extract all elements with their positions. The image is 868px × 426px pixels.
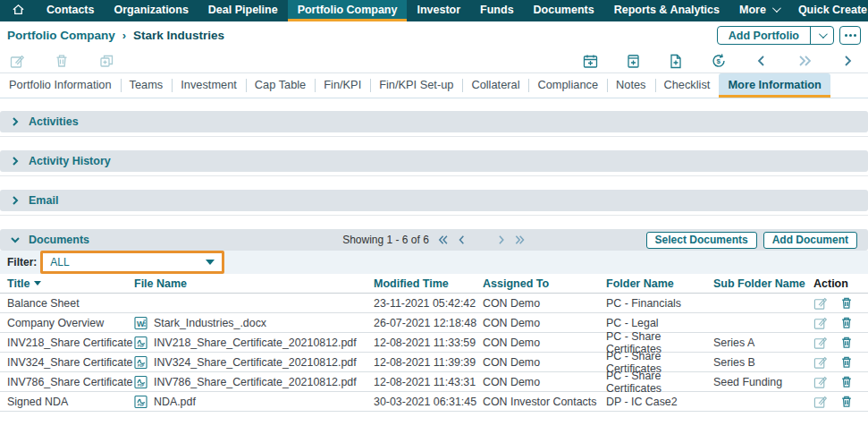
section-label: Activities bbox=[29, 115, 79, 128]
last-page-icon[interactable] bbox=[515, 234, 526, 245]
breadcrumb-separator-icon: › bbox=[122, 29, 126, 42]
section-header-documents[interactable]: Documents Showing 1 - 6 of 6 bbox=[0, 229, 868, 251]
section-label: Activity History bbox=[29, 155, 111, 167]
nav-item-reports-analytics[interactable]: Reports & Analytics bbox=[604, 0, 729, 21]
edit-icon[interactable] bbox=[9, 53, 25, 69]
section-header-activity-history[interactable]: Activity History bbox=[0, 150, 868, 172]
add-document-button[interactable]: Add Document bbox=[763, 232, 857, 249]
duplicate-icon[interactable] bbox=[98, 53, 114, 69]
column-header-modified-time[interactable]: Modified Time bbox=[374, 277, 483, 290]
delete-icon[interactable] bbox=[840, 375, 853, 388]
select-documents-button[interactable]: Select Documents bbox=[646, 232, 757, 249]
home-nav-button[interactable] bbox=[0, 0, 37, 21]
edit-icon[interactable] bbox=[813, 355, 828, 370]
documents-buttons-group: Select Documents Add Document bbox=[646, 232, 857, 249]
tab-compliance[interactable]: Compliance bbox=[528, 73, 607, 98]
nav-item-portfolio-company[interactable]: Portfolio Company bbox=[288, 0, 408, 21]
document-file[interactable]: PDF INV786_Share_Certificate_20210812.pd… bbox=[134, 375, 374, 389]
tab-notes[interactable]: Notes bbox=[607, 73, 654, 98]
tab-fin-kpi[interactable]: Fin/KPI bbox=[315, 73, 370, 98]
delete-icon[interactable] bbox=[840, 355, 853, 369]
document-title[interactable]: Balance Sheet bbox=[0, 297, 134, 310]
chevron-down-icon bbox=[11, 232, 20, 248]
previous-record-icon[interactable] bbox=[754, 53, 770, 69]
chevron-down-icon bbox=[772, 4, 781, 13]
section-header-activities[interactable]: Activities bbox=[0, 111, 868, 132]
edit-icon[interactable] bbox=[813, 296, 828, 311]
tab-more-information[interactable]: More Information bbox=[719, 73, 830, 98]
document-file[interactable]: PDF INV324_Share_Certificate_20210812.pd… bbox=[134, 355, 374, 370]
tab-fin-kpi-setup[interactable]: Fin/KPI Set-up bbox=[370, 73, 462, 98]
add-event-icon[interactable] bbox=[625, 53, 641, 69]
document-assigned-to: CON Demo bbox=[483, 317, 606, 329]
ellipsis-icon bbox=[845, 34, 847, 37]
column-header-folder-name[interactable]: Folder Name bbox=[606, 277, 713, 290]
record-toolbar: $ bbox=[0, 49, 868, 73]
tab-investment[interactable]: Investment bbox=[172, 73, 246, 98]
next-record-icon[interactable] bbox=[839, 53, 855, 69]
column-header-sub-folder-name[interactable]: Sub Folder Name bbox=[713, 277, 812, 290]
column-header-assigned-to[interactable]: Assigned To bbox=[483, 277, 606, 290]
delete-icon[interactable] bbox=[840, 395, 853, 408]
edit-icon[interactable] bbox=[813, 395, 828, 409]
delete-icon[interactable] bbox=[840, 336, 853, 349]
breadcrumb-current: Stark Industries bbox=[133, 29, 224, 42]
svg-text:PDF: PDF bbox=[138, 345, 145, 348]
add-activity-calendar-icon[interactable] bbox=[582, 53, 598, 69]
table-row: Signed NDA PDF NDA.pdf 30-03-2021 06:31:… bbox=[0, 392, 868, 412]
document-title[interactable]: INV218_Share Certificate bbox=[0, 337, 134, 349]
document-file[interactable]: PDF INV218_Share_Certificate_20210812.pd… bbox=[134, 336, 374, 350]
add-portfolio-dropdown-button[interactable] bbox=[810, 27, 833, 44]
delete-icon[interactable] bbox=[54, 53, 70, 69]
document-title[interactable]: INV786_Share Certificate bbox=[0, 376, 134, 388]
tab-collateral[interactable]: Collateral bbox=[462, 73, 528, 98]
first-page-icon[interactable] bbox=[438, 234, 449, 245]
documents-pagination-group: Showing 1 - 6 of 6 bbox=[342, 234, 526, 246]
document-file[interactable]: W Stark_Industries_.docx bbox=[134, 316, 374, 330]
nav-item-more[interactable]: More bbox=[729, 0, 788, 21]
tab-cap-table[interactable]: Cap Table bbox=[246, 73, 315, 98]
fast-forward-icon[interactable] bbox=[796, 53, 813, 69]
top-navigation-bar: Contacts Organizations Deal Pipeline Por… bbox=[0, 0, 868, 21]
next-page-icon[interactable] bbox=[496, 234, 507, 245]
tab-checklist[interactable]: Checklist bbox=[655, 73, 720, 98]
delete-icon[interactable] bbox=[840, 296, 853, 310]
edit-icon[interactable] bbox=[813, 316, 828, 330]
refresh-currency-icon[interactable]: $ bbox=[711, 53, 727, 69]
delete-icon[interactable] bbox=[840, 316, 853, 329]
column-header-file-name[interactable]: File Name bbox=[134, 277, 374, 290]
nav-item-documents[interactable]: Documents bbox=[524, 0, 604, 21]
add-portfolio-button[interactable]: Add Portfolio bbox=[718, 27, 810, 44]
nav-item-contacts[interactable]: Contacts bbox=[37, 0, 104, 21]
document-folder: PC - Financials bbox=[606, 297, 713, 310]
section-activities: Activities bbox=[0, 111, 868, 137]
edit-icon[interactable] bbox=[813, 336, 828, 350]
nav-item-quick-create[interactable]: Quick Create bbox=[788, 0, 868, 21]
filter-dropdown[interactable]: ALL bbox=[43, 253, 222, 271]
document-assigned-to: CON Demo bbox=[483, 376, 606, 388]
add-document-file-icon[interactable] bbox=[668, 53, 684, 69]
document-title[interactable]: Signed NDA bbox=[0, 396, 134, 408]
pdf-file-icon: PDF bbox=[134, 375, 148, 389]
section-documents: Documents Showing 1 - 6 of 6 bbox=[0, 229, 868, 412]
more-options-button[interactable] bbox=[839, 26, 861, 45]
document-title[interactable]: INV324_Share Certificate bbox=[0, 356, 134, 369]
column-header-title[interactable]: Title bbox=[0, 277, 134, 290]
previous-page-icon[interactable] bbox=[457, 234, 468, 245]
tab-portfolio-information[interactable]: Portfolio Information bbox=[0, 73, 121, 98]
svg-text:PDF: PDF bbox=[138, 364, 145, 368]
documents-filter-row: Filter: ALL bbox=[0, 251, 868, 274]
sort-descending-icon[interactable] bbox=[34, 281, 41, 285]
document-title[interactable]: Company Overview bbox=[0, 317, 134, 329]
nav-item-deal-pipeline[interactable]: Deal Pipeline bbox=[198, 0, 288, 21]
section-header-email[interactable]: Email bbox=[0, 190, 868, 211]
tab-teams[interactable]: Teams bbox=[121, 73, 173, 98]
document-file[interactable]: PDF NDA.pdf bbox=[134, 395, 374, 409]
nav-item-investor[interactable]: Investor bbox=[407, 0, 470, 21]
nav-item-organizations[interactable]: Organizations bbox=[104, 0, 198, 21]
edit-icon[interactable] bbox=[813, 375, 828, 389]
nav-item-funds[interactable]: Funds bbox=[470, 0, 524, 21]
document-folder: PC - Share Certificates bbox=[606, 370, 713, 395]
breadcrumb-parent-link[interactable]: Portfolio Company bbox=[7, 29, 115, 42]
documents-table-header: Title File Name Modified Time Assigned T… bbox=[0, 274, 868, 294]
